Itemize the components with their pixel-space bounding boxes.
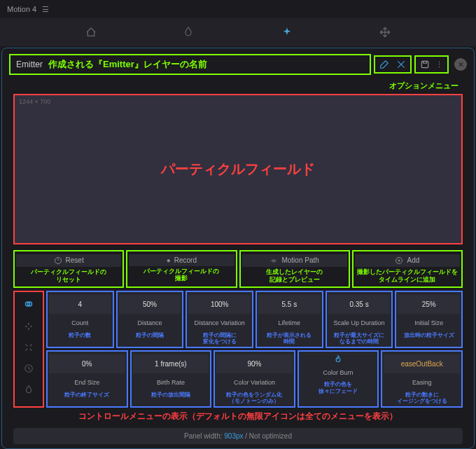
svg-point-4 bbox=[28, 323, 29, 324]
app-title: Motion 4 bbox=[7, 5, 36, 13]
infinity-icon[interactable] bbox=[22, 298, 35, 310]
particle-canvas[interactable]: 1244 × 700 パーティクルフィールド bbox=[13, 94, 463, 244]
motion-path-button[interactable]: Motion Path bbox=[242, 254, 347, 267]
more-icon[interactable]: ⋮ bbox=[435, 60, 443, 69]
app-titlebar: Motion 4 ☰ bbox=[0, 0, 476, 18]
param-value[interactable]: 0% bbox=[49, 354, 125, 373]
option-menu-annotation: オプションメニュー bbox=[4, 81, 472, 91]
param-name: Initial Size bbox=[398, 317, 460, 331]
emitter-name-box: Emitter 作成される『Emitter』レイヤーの名前 bbox=[9, 54, 371, 75]
flame-icon bbox=[300, 354, 377, 364]
param-cell: 0.35 sScale Up Duration粒子が最大サイズになるまでの時間 bbox=[326, 291, 393, 348]
expand-icon[interactable] bbox=[24, 343, 34, 352]
shuffle-icon[interactable] bbox=[396, 60, 406, 69]
param-cell: 5.5 sLifetime粒子が表示される時間 bbox=[255, 291, 323, 348]
action-buttons-row: Reset パーティクルフィールドのリセット ● Record パーティクルフィ… bbox=[4, 250, 472, 288]
panel-header: Emitter 作成される『Emitter』レイヤーの名前 ⋮ ✕ bbox=[4, 50, 472, 79]
add-annotation: 撮影したパーティクルフィールドをタイムラインに追加 bbox=[355, 268, 460, 284]
plus-circle-icon bbox=[395, 256, 403, 265]
param-value[interactable]: 25% bbox=[398, 295, 460, 314]
hamburger-icon[interactable]: ☰ bbox=[42, 5, 49, 14]
param-cell: 0%End Size粒子の終了サイズ bbox=[46, 350, 128, 408]
param-name: Lifetime bbox=[258, 317, 321, 331]
clock-icon[interactable] bbox=[24, 364, 34, 373]
emitter-annotation: 作成される『Emitter』レイヤーの名前 bbox=[48, 58, 207, 71]
top-icon-strip bbox=[0, 18, 476, 46]
param-value[interactable]: 5.5 s bbox=[258, 295, 321, 314]
home-icon[interactable] bbox=[85, 27, 97, 38]
param-value[interactable]: 90% bbox=[216, 354, 293, 373]
svg-rect-0 bbox=[421, 61, 428, 67]
record-icon: ● bbox=[167, 256, 171, 264]
params-grid: 4Count粒子の数50%Distance粒子の間隔100%Distance V… bbox=[46, 291, 463, 408]
param-value[interactable]: 100% bbox=[188, 295, 251, 314]
param-cell: 1 frame(s)Birth Rate粒子の放出間隔 bbox=[130, 350, 212, 408]
param-name: Distance Variation bbox=[188, 317, 251, 331]
params-row-1: 4Count粒子の数50%Distance粒子の間隔100%Distance V… bbox=[46, 291, 463, 348]
record-annotation: パーティクルフィールドの撮影 bbox=[129, 268, 234, 283]
canvas-title-annotation: パーティクルフィールド bbox=[161, 160, 315, 179]
param-value[interactable]: 4 bbox=[49, 295, 111, 314]
param-name: Color Variation bbox=[216, 376, 293, 390]
main-panel: Emitter 作成される『Emitter』レイヤーの名前 ⋮ ✕ オプションメ… bbox=[1, 48, 475, 449]
param-annotation: 粒子の色をランダム化（モノトーンのみ） bbox=[216, 392, 293, 405]
param-name: Distance bbox=[119, 317, 181, 331]
param-annotation: 粒子の間隔に変化をつける bbox=[188, 332, 251, 345]
param-cell: Color Burn粒子の色を徐々にフェード bbox=[298, 350, 379, 408]
canvas-dimensions: 1244 × 700 bbox=[19, 98, 50, 105]
svg-point-6 bbox=[28, 328, 29, 329]
param-annotation: 粒子の動きにイージングをつける bbox=[384, 392, 460, 405]
svg-point-5 bbox=[30, 326, 31, 327]
reset-cell: Reset パーティクルフィールドのリセット bbox=[13, 250, 124, 288]
param-annotation: 粒子が最大サイズになるまでの時間 bbox=[328, 332, 391, 345]
param-cell: 4Count粒子の数 bbox=[46, 291, 114, 348]
param-annotation: 粒子の終了サイズ bbox=[49, 392, 125, 399]
record-button[interactable]: ● Record bbox=[129, 254, 234, 266]
brush-icon[interactable] bbox=[379, 60, 389, 69]
motion-path-annotation: 生成したレイヤーの記録とプレビュー bbox=[242, 268, 347, 284]
reset-button[interactable]: Reset bbox=[16, 254, 121, 267]
param-name: Birth Rate bbox=[133, 376, 209, 390]
param-name: Count bbox=[49, 317, 111, 331]
param-name: Easing bbox=[384, 376, 460, 390]
emitter-name[interactable]: Emitter bbox=[16, 60, 43, 69]
param-cell: 100%Distance Variation粒子の間隔に変化をつける bbox=[186, 291, 253, 348]
move-icon[interactable] bbox=[379, 27, 391, 38]
param-annotation: 粒子の色を徐々にフェード bbox=[300, 381, 377, 394]
param-annotation: 粒子の間隔 bbox=[119, 332, 181, 339]
param-cell: easeOutBackEasing粒子の動きにイージングをつける bbox=[381, 350, 463, 408]
param-value[interactable]: easeOutBack bbox=[384, 354, 460, 373]
controls-row: 4Count粒子の数50%Distance粒子の間隔100%Distance V… bbox=[4, 291, 472, 408]
header-tools-group bbox=[374, 55, 412, 74]
param-annotation: 粒子が表示される時間 bbox=[258, 332, 321, 345]
drop-icon[interactable] bbox=[183, 27, 195, 38]
param-annotation: 粒子の数 bbox=[49, 332, 111, 339]
param-value[interactable]: 1 frame(s) bbox=[133, 354, 209, 373]
dots-icon[interactable] bbox=[24, 322, 34, 331]
add-cell: Add 撮影したパーティクルフィールドをタイムラインに追加 bbox=[352, 250, 463, 288]
panel-footer: Panel width: 903px / Not optimized bbox=[13, 428, 463, 444]
param-name: End Size bbox=[49, 376, 125, 390]
record-cell: ● Record パーティクルフィールドの撮影 bbox=[126, 250, 237, 288]
param-annotation: 粒子の放出間隔 bbox=[133, 392, 209, 399]
param-cell: 25%Initial Size放出時の粒子サイズ bbox=[395, 291, 463, 348]
param-name: Color Burn bbox=[300, 366, 377, 380]
header-save-group: ⋮ bbox=[414, 55, 449, 74]
droplet-icon[interactable] bbox=[24, 385, 34, 394]
param-value[interactable]: 0.35 s bbox=[328, 295, 391, 314]
wifi-icon bbox=[270, 256, 278, 265]
footer-width: 903px bbox=[224, 432, 243, 440]
tab-column-annotation: コントロールメニューの表示（デフォルトの無限アイコンは全てのメニューを表示） bbox=[4, 408, 472, 425]
sparkle-icon[interactable] bbox=[281, 27, 293, 38]
svg-point-3 bbox=[25, 326, 27, 327]
save-icon[interactable] bbox=[420, 60, 430, 69]
param-name: Scale Up Duration bbox=[328, 317, 391, 331]
param-cell: 50%Distance粒子の間隔 bbox=[116, 291, 184, 348]
reset-annotation: パーティクルフィールドのリセット bbox=[16, 268, 121, 284]
power-icon bbox=[54, 256, 62, 265]
motion-path-cell: Motion Path 生成したレイヤーの記録とプレビュー bbox=[239, 250, 350, 288]
param-value[interactable]: 50% bbox=[119, 295, 181, 314]
add-button[interactable]: Add bbox=[355, 254, 460, 267]
params-row-2: 0%End Size粒子の終了サイズ1 frame(s)Birth Rate粒子… bbox=[46, 350, 463, 408]
close-button[interactable]: ✕ bbox=[454, 58, 467, 71]
